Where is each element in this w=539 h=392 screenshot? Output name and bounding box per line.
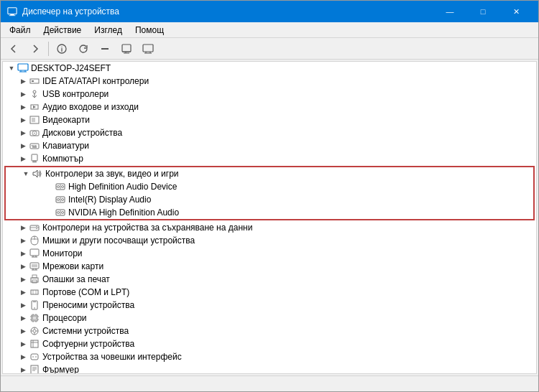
expand-usb[interactable]: ▶	[17, 88, 29, 100]
device-tree[interactable]: ▼ DESKTOP-J24SEFT ▶ IDE ATA/ATAPI	[2, 61, 537, 374]
expand-fw[interactable]: ▶	[17, 364, 29, 374]
svg-point-48	[62, 199, 64, 201]
tree-item-fw[interactable]: ▶ Фърмуер	[3, 363, 536, 374]
tree-item-portable[interactable]: ▶ Преносими устройства	[3, 299, 536, 312]
content-area: ▼ DESKTOP-J24SEFT ▶ IDE ATA/ATAPI	[1, 60, 538, 375]
svg-rect-14	[18, 64, 28, 70]
svg-rect-1	[10, 14, 14, 16]
tree-item-computer[interactable]: ▶ Компютър	[3, 152, 536, 165]
print-label: Опашки за печат	[42, 274, 110, 284]
tree-item-soft[interactable]: ▶ Софтуерни устройства	[3, 337, 536, 350]
expand-root[interactable]: ▼	[6, 62, 17, 74]
expand-storage[interactable]: ▶	[17, 222, 29, 233]
svg-rect-6	[122, 45, 131, 52]
tree-item-print[interactable]: ▶ Опашки за печат	[3, 273, 536, 286]
tree-item-ide[interactable]: ▶ IDE ATA/ATAPI контролери	[3, 75, 536, 88]
tree-item-hid[interactable]: ▶ Устройства за човешки интерфейс	[3, 350, 536, 363]
tree-item-intel-audio[interactable]: Intel(R) Display Audio	[6, 193, 533, 206]
svg-rect-19	[32, 80, 34, 82]
scan-button[interactable]	[116, 40, 137, 57]
tree-item-network[interactable]: ▶ Мрежови карти	[3, 260, 536, 273]
fw-label: Фърмуер	[42, 365, 79, 374]
expand-mouse[interactable]: ▶	[17, 235, 29, 246]
expand-audio-in[interactable]: ▶	[17, 101, 29, 113]
tree-item-nvidia-audio[interactable]: NVIDIA High Definition Audio	[6, 206, 533, 219]
expand-ports[interactable]: ▶	[17, 286, 29, 298]
svg-rect-105	[31, 365, 38, 374]
print-icon	[29, 274, 40, 285]
forward-button[interactable]	[25, 40, 45, 57]
video-label: Видеокарти	[42, 115, 90, 125]
tree-item-monitors[interactable]: ▶ Монитори	[3, 247, 536, 260]
svg-rect-58	[30, 225, 39, 230]
tree-item-ports[interactable]: ▶ Портове (COM и LPT)	[3, 286, 536, 299]
svg-rect-75	[32, 275, 37, 278]
expand-sound[interactable]: ▼	[20, 168, 32, 179]
computer-label: Компютър	[42, 154, 83, 164]
svg-rect-27	[32, 118, 35, 122]
nvidia-audio-icon	[55, 207, 66, 218]
svg-rect-99	[31, 340, 38, 347]
audio-in-icon	[29, 101, 40, 113]
expand-video[interactable]: ▶	[17, 114, 29, 126]
expand-ide[interactable]: ▶	[17, 75, 29, 87]
tree-item-root[interactable]: ▼ DESKTOP-J24SEFT	[3, 62, 536, 75]
tree-item-video[interactable]: ▶ Видеокарти	[3, 113, 536, 126]
expand-hid[interactable]: ▶	[17, 351, 29, 363]
svg-rect-34	[35, 145, 37, 146]
menu-view[interactable]: Изглед	[88, 24, 128, 37]
expand-computer[interactable]: ▶	[17, 153, 29, 164]
svg-point-30	[34, 133, 35, 134]
maximize-button[interactable]: □	[466, 1, 499, 22]
expand-monitors[interactable]: ▶	[17, 248, 29, 259]
portable-icon	[29, 299, 40, 311]
menu-file[interactable]: Файл	[4, 24, 37, 37]
expand-sys[interactable]: ▶	[17, 325, 29, 337]
properties-button[interactable]: i	[52, 40, 72, 57]
expand-keyboard[interactable]: ▶	[17, 140, 29, 151]
storage-label: Контролери на устройства за съхраняване …	[42, 223, 252, 233]
menu-action[interactable]: Действие	[38, 24, 88, 37]
expand-disk[interactable]: ▶	[17, 127, 29, 139]
svg-rect-32	[32, 145, 33, 146]
sys-label: Системни устройства	[42, 326, 129, 336]
highlighted-group: ▼ Контролери за звук, видео и игри	[4, 166, 535, 220]
uninstall-button[interactable]	[95, 40, 115, 57]
update-button[interactable]	[73, 40, 93, 57]
back-button[interactable]	[4, 40, 24, 57]
close-button[interactable]: ✕	[499, 1, 533, 22]
expand-print[interactable]: ▶	[17, 274, 29, 285]
svg-rect-35	[32, 146, 37, 148]
tree-item-storage[interactable]: ▶ Контролери на устройства за съхраняван…	[3, 221, 536, 234]
usb-icon	[29, 88, 40, 100]
hd-audio-label: High Definition Audio Device	[68, 182, 177, 192]
svg-point-103	[32, 356, 34, 358]
cpu-label: Процесори	[42, 313, 87, 323]
svg-marker-25	[33, 106, 36, 108]
tree-item-keyboard[interactable]: ▶ Клавиатури	[3, 139, 536, 152]
svg-point-47	[57, 199, 60, 201]
toolbar: i	[1, 38, 538, 60]
tree-item-disk[interactable]: ▶ Дискови устройства	[3, 126, 536, 139]
minimize-button[interactable]: —	[433, 1, 466, 22]
window-title: Диспечер на устройства	[22, 6, 119, 17]
mouse-icon	[29, 235, 40, 246]
tree-item-sound[interactable]: ▼ Контролери за звук, видео и игри	[6, 167, 533, 180]
video-icon	[29, 114, 40, 126]
svg-marker-39	[33, 170, 37, 177]
tree-item-sys[interactable]: ▶ Системни устройства	[3, 325, 536, 337]
tree-item-cpu[interactable]: ▶ Процесори	[3, 312, 536, 325]
svg-point-104	[35, 356, 37, 358]
menu-help[interactable]: Помощ	[129, 24, 170, 37]
tree-item-hd-audio[interactable]: High Definition Audio Device	[6, 180, 533, 193]
expand-network[interactable]: ▶	[17, 261, 29, 272]
expand-cpu[interactable]: ▶	[17, 312, 29, 324]
tree-item-audio-in[interactable]: ▶ Аудио входове и изходи	[3, 101, 536, 113]
ports-label: Портове (COM и LPT)	[42, 287, 129, 297]
monitor-button[interactable]	[138, 40, 158, 57]
tree-item-mouse[interactable]: ▶ Мишки и други посочващи устройства	[3, 234, 536, 247]
soft-label: Софтуерни устройства	[42, 339, 134, 349]
tree-item-usb[interactable]: ▶ USB контролери	[3, 88, 536, 101]
expand-portable[interactable]: ▶	[17, 299, 29, 311]
expand-soft[interactable]: ▶	[17, 338, 29, 350]
